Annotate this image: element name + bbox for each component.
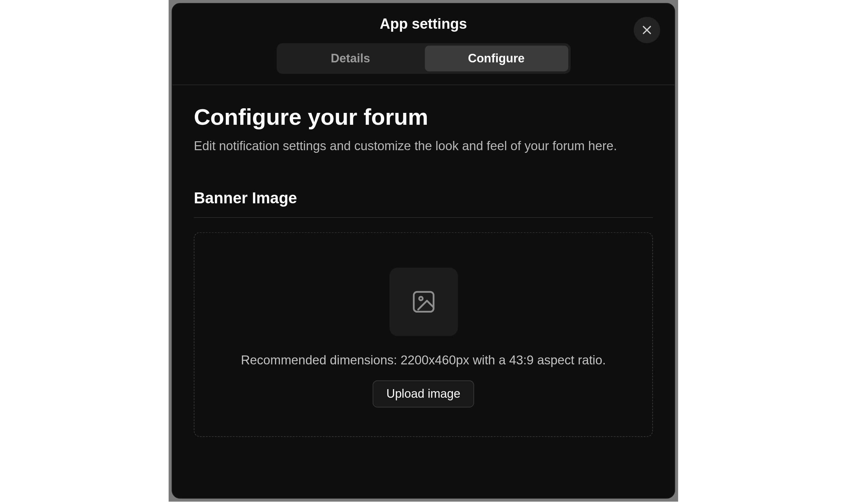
modal-header: App settings Details Configure xyxy=(172,4,675,85)
app-settings-modal: App settings Details Configure Configure… xyxy=(172,3,675,499)
configure-subheading: Edit notification settings and customize… xyxy=(194,139,653,153)
banner-image-section-heading: Banner Image xyxy=(194,189,653,218)
svg-rect-2 xyxy=(414,292,433,311)
svg-point-3 xyxy=(419,297,422,300)
close-button[interactable] xyxy=(634,17,660,43)
settings-tabs: Details Configure xyxy=(276,43,571,74)
modal-title: App settings xyxy=(186,16,660,32)
tab-configure[interactable]: Configure xyxy=(425,46,568,71)
banner-dimensions-hint: Recommended dimensions: 2200x460px with … xyxy=(241,353,606,367)
banner-image-dropzone[interactable]: Recommended dimensions: 2200x460px with … xyxy=(194,232,653,437)
modal-backdrop: App settings Details Configure Configure… xyxy=(169,0,678,502)
close-icon xyxy=(641,24,653,36)
image-placeholder xyxy=(389,268,457,336)
configure-heading: Configure your forum xyxy=(194,104,653,130)
picture-icon xyxy=(410,288,437,315)
upload-image-button[interactable]: Upload image xyxy=(373,381,474,408)
modal-body[interactable]: Configure your forum Edit notification s… xyxy=(172,85,675,489)
tab-details[interactable]: Details xyxy=(278,46,422,71)
